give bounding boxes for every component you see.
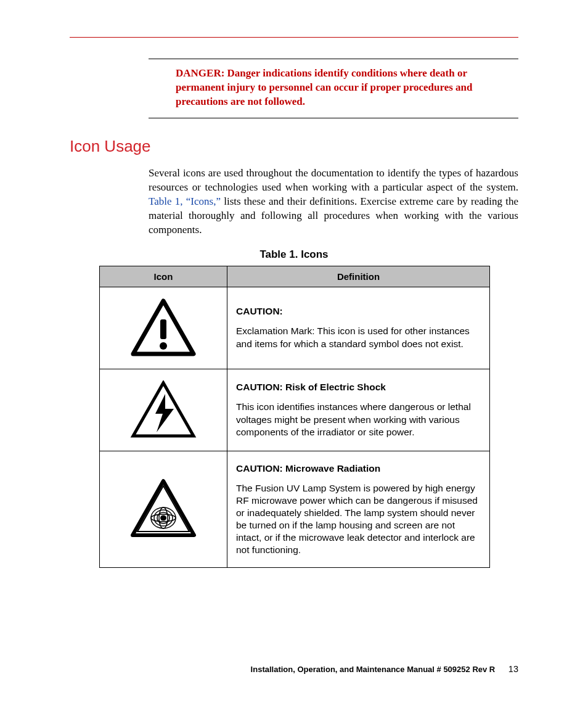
table-header-row: Icon Definition <box>100 266 490 287</box>
page-footer: Installation, Operation, and Maintenance… <box>251 664 518 674</box>
page-number: 13 <box>508 664 518 674</box>
table-caption: Table 1. Icons <box>70 248 518 261</box>
electric-shock-icon <box>129 380 197 440</box>
definition-cell: CAUTION: Microwave Radiation The Fusion … <box>227 451 490 568</box>
definition-text: The Fusion UV Lamp System is powered by … <box>236 483 478 556</box>
section-heading: Icon Usage <box>70 137 518 156</box>
icon-cell <box>100 451 227 568</box>
cross-reference-link[interactable]: Table 1, “Icons,” <box>149 195 221 207</box>
svg-point-1 <box>160 342 167 350</box>
table-row: CAUTION: Exclamation Mark: This icon is … <box>100 287 490 369</box>
icons-table: Icon Definition CAUTION: Exclamation Mar… <box>99 266 490 568</box>
header-icon: Icon <box>100 266 227 287</box>
icon-cell <box>100 369 227 451</box>
svg-point-5 <box>160 515 166 520</box>
definition-title: CAUTION: <box>236 305 481 318</box>
exclamation-triangle-icon <box>129 298 197 358</box>
icon-cell <box>100 287 227 369</box>
definition-cell: CAUTION: Exclamation Mark: This icon is … <box>227 287 490 369</box>
page: DANGER: Danger indications identify cond… <box>0 0 588 706</box>
definition-text: This icon identifies instances where dan… <box>236 401 471 437</box>
header-definition: Definition <box>227 266 490 287</box>
footer-title: Installation, Operation, and Maintenance… <box>251 665 496 674</box>
table-row: CAUTION: Microwave Radiation The Fusion … <box>100 451 490 568</box>
header-rule <box>70 37 518 38</box>
definition-text: Exclamation Mark: This icon is used for … <box>236 326 470 348</box>
definition-title: CAUTION: Risk of Electric Shock <box>236 381 481 393</box>
danger-box: DANGER: Danger indications identify cond… <box>149 59 518 118</box>
definition-title: CAUTION: Microwave Radiation <box>236 462 481 475</box>
table-row: CAUTION: Risk of Electric Shock This ico… <box>100 369 490 451</box>
microwave-radiation-icon <box>129 478 198 540</box>
body-paragraph: Several icons are used throughout the do… <box>149 166 518 237</box>
definition-cell: CAUTION: Risk of Electric Shock This ico… <box>227 369 490 451</box>
svg-rect-0 <box>160 319 166 339</box>
body-text-pre: Several icons are used throughout the do… <box>149 167 518 193</box>
danger-text: DANGER: Danger indications identify cond… <box>176 67 473 107</box>
